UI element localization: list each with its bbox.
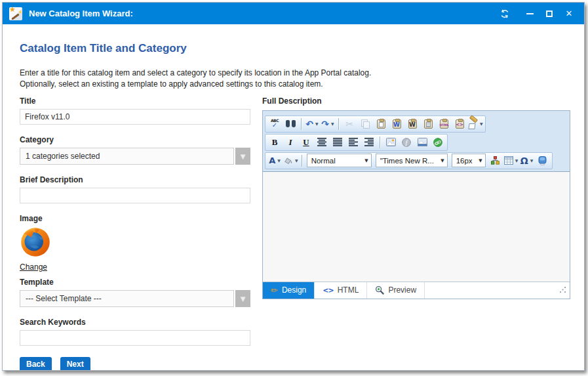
wizard-window: ★ ★ New Catalog Item Wizard: ✕ Catalog I… [2, 2, 585, 371]
star-icon: ★ [9, 5, 16, 14]
font-size-select[interactable]: 16px▼ [452, 154, 486, 167]
insert-table-button[interactable]: ▼ [504, 154, 519, 168]
search-keywords-input[interactable] [20, 330, 250, 346]
editor-tabs: ✏Design<>HTMLPreview [263, 282, 425, 299]
tab-design[interactable]: ✏Design [263, 282, 315, 299]
template-select[interactable]: --- Select Template --- ▼ [20, 290, 250, 307]
image-manager-icon [386, 138, 396, 146]
resize-grip[interactable] [560, 287, 566, 293]
title-input[interactable] [20, 109, 250, 125]
minimize-button[interactable] [520, 5, 539, 22]
background-color-icon [283, 156, 293, 165]
align-center-icon [317, 138, 326, 146]
media-manager-button[interactable] [415, 135, 429, 150]
page-description: Enter a title for this catalog item and … [20, 68, 371, 90]
cut-button: ✂ [342, 117, 357, 131]
maximize-button[interactable] [539, 5, 559, 22]
html-code-icon: <> [323, 286, 333, 295]
align-right-icon [364, 138, 374, 146]
toolbar-separator [338, 118, 339, 130]
editor-tabbar: ✏Design<>HTMLPreview [263, 282, 570, 299]
redo-icon: ↷ [321, 119, 329, 129]
next-button[interactable]: Next [60, 357, 90, 371]
category-dropdown-button[interactable]: ▼ [235, 148, 250, 165]
paste-from-word-no-font-icon: W [408, 119, 417, 129]
toolbar-separator [301, 118, 302, 130]
underline-button[interactable]: U [299, 135, 313, 150]
align-center-button[interactable] [315, 135, 329, 150]
wand-icon [11, 13, 19, 20]
insert-snippet-button[interactable] [488, 154, 503, 168]
maximize-icon [546, 10, 553, 17]
undo-button[interactable]: ↶▼ [305, 117, 319, 131]
preview-magnifier-icon [375, 285, 384, 295]
form-column: Title Category 1 categories selected ▼ B… [20, 96, 250, 356]
minimize-icon [526, 13, 534, 14]
category-field-group: Category 1 categories selected ▼ [20, 135, 250, 165]
full-description-editor: ABC✓↶▼↷▼✂WWHTML<>▼BIUfA▼▼Normal▼"Times N… [262, 110, 570, 299]
editor-content-area[interactable] [263, 171, 570, 282]
category-selected-value: 1 categories selected [20, 148, 234, 165]
tab-preview[interactable]: Preview [367, 282, 425, 299]
spellcheck-button[interactable]: ABC✓ [267, 117, 282, 131]
tab-label: Preview [388, 285, 416, 295]
paste-from-word-no-font-button[interactable]: W [405, 117, 420, 131]
toolbar-separator [302, 155, 302, 167]
tab-html[interactable]: <>HTML [315, 282, 367, 299]
insert-symbol-icon: Ω [520, 156, 528, 166]
tab-label: Design [282, 285, 306, 295]
paragraph-style-value: Normal [311, 157, 336, 165]
change-image-link[interactable]: Change [20, 262, 47, 272]
refresh-button[interactable] [495, 5, 515, 22]
image-manager-button[interactable] [383, 135, 398, 150]
chevron-down-icon: ▼ [515, 158, 519, 163]
align-right-button[interactable] [362, 135, 376, 150]
editor-toolbar-row-2: BIUf [265, 134, 568, 151]
category-select[interactable]: 1 categories selected ▼ [20, 148, 250, 165]
paste-markup-icon: <> [456, 119, 464, 129]
template-dropdown-button[interactable]: ▼ [235, 290, 250, 307]
find-replace-button[interactable] [283, 117, 298, 131]
paste-markup-button[interactable]: <> [452, 117, 467, 131]
tab-label: HTML [338, 285, 359, 295]
paste-from-word-button[interactable]: W [389, 117, 404, 131]
bold-button[interactable]: B [267, 135, 282, 150]
chevron-down-icon: ▼ [241, 295, 246, 303]
insert-table-icon [504, 156, 513, 165]
chevron-down-icon: ▼ [331, 121, 334, 126]
font-name-select[interactable]: "Times New R...▼ [376, 154, 448, 167]
format-stripper-icon [468, 119, 478, 129]
paragraph-style-select[interactable]: Normal▼ [307, 154, 372, 167]
paste-button[interactable] [374, 117, 388, 131]
category-label: Category [20, 135, 250, 144]
media-manager-icon [418, 138, 427, 146]
chevron-down-icon: ▼ [295, 158, 298, 163]
link-manager-button[interactable] [431, 135, 445, 150]
close-button[interactable]: ✕ [559, 5, 579, 22]
foreground-color-button[interactable]: A▼ [267, 154, 282, 168]
align-justify-button[interactable] [330, 135, 345, 150]
brief-description-input[interactable] [20, 188, 250, 203]
image-field-group: Image Change [20, 214, 250, 272]
copy-icon [361, 119, 370, 128]
flash-manager-button[interactable]: f [399, 135, 414, 150]
back-button[interactable]: Back [20, 357, 52, 371]
undo-icon: ↶ [305, 119, 313, 129]
insert-snippet-icon [490, 156, 500, 165]
underline-icon: U [303, 137, 309, 148]
module-manager-button[interactable] [536, 154, 550, 168]
close-icon: ✕ [566, 9, 573, 18]
align-left-button[interactable] [346, 135, 361, 150]
paste-as-html-button[interactable]: HTML [437, 117, 451, 131]
insert-symbol-button[interactable]: Ω▼ [520, 154, 534, 168]
paste-plain-text-button[interactable] [421, 117, 435, 131]
spellcheck-icon: ABC✓ [271, 119, 279, 129]
toolbar-button-group: BIUf [265, 134, 448, 151]
background-color-button[interactable]: ▼ [283, 154, 298, 168]
italic-button[interactable]: I [283, 135, 298, 150]
format-stripper-button[interactable]: ▼ [468, 117, 483, 131]
design-pencil-icon: ✏ [271, 285, 278, 295]
align-justify-icon [333, 138, 342, 146]
redo-button[interactable]: ↷▼ [321, 117, 335, 131]
description-line-1: Enter a title for this catalog item and … [20, 68, 371, 79]
